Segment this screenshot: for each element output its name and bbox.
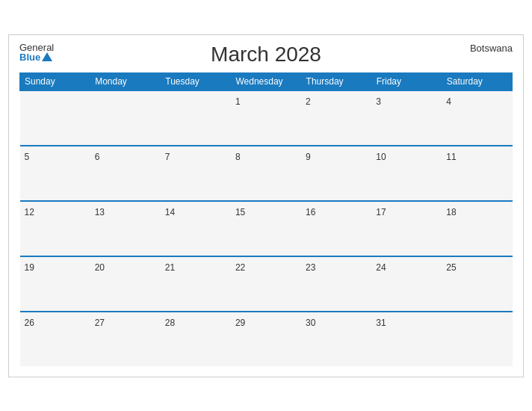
day-number: 4	[446, 96, 451, 107]
day-number: 8	[235, 152, 241, 162]
day-cell: 5	[20, 146, 90, 200]
day-number: 6	[95, 152, 100, 162]
table-cell: 21	[161, 256, 231, 312]
day-number: 5	[25, 152, 30, 162]
table-cell: 25	[442, 256, 512, 312]
day-cell: 28	[161, 312, 231, 366]
day-cell: 26	[20, 312, 90, 366]
day-number: 28	[165, 318, 175, 328]
day-cell: 22	[231, 257, 301, 311]
day-cell	[442, 312, 512, 366]
day-number: 26	[25, 318, 34, 328]
table-cell: 31	[371, 312, 442, 366]
day-cell: 10	[371, 146, 442, 200]
day-number: 31	[376, 318, 386, 328]
table-cell: 6	[90, 146, 161, 201]
day-number: 30	[306, 318, 315, 328]
table-cell: 12	[20, 201, 90, 256]
day-number: 10	[376, 152, 386, 162]
day-number: 15	[235, 207, 245, 217]
week-row-2: 12131415161718	[20, 201, 513, 256]
day-number: 29	[235, 318, 245, 328]
day-cell: 13	[90, 202, 161, 256]
day-cell: 8	[231, 146, 301, 200]
table-cell: 19	[20, 256, 90, 312]
table-cell	[90, 90, 161, 146]
table-cell: 14	[161, 201, 231, 256]
day-number: 2	[306, 96, 311, 107]
logo-triangle-icon	[42, 52, 52, 61]
day-cell	[90, 91, 161, 145]
day-number: 7	[165, 152, 170, 162]
day-cell: 1	[231, 91, 301, 145]
day-cell: 9	[301, 146, 371, 200]
day-cell: 23	[301, 257, 371, 311]
day-number: 24	[376, 262, 386, 273]
week-row-4: 262728293031	[20, 312, 513, 366]
day-number: 11	[446, 152, 456, 162]
day-cell: 2	[301, 91, 371, 145]
day-cell: 3	[371, 91, 442, 145]
day-number: 12	[25, 207, 34, 217]
day-number: 20	[95, 262, 105, 273]
table-cell: 22	[231, 256, 301, 312]
table-cell: 7	[161, 146, 231, 201]
day-cell: 16	[301, 202, 371, 256]
day-cell: 15	[231, 202, 301, 256]
day-number: 25	[446, 262, 456, 273]
day-cell: 7	[161, 146, 231, 200]
table-cell: 15	[231, 201, 301, 256]
day-header-row: Sunday Monday Tuesday Wednesday Thursday…	[20, 72, 513, 90]
day-cell: 31	[371, 312, 442, 366]
day-number: 14	[165, 207, 175, 217]
table-cell	[20, 90, 90, 146]
day-cell: 29	[231, 312, 301, 366]
table-cell: 26	[20, 312, 90, 366]
week-row-3: 19202122232425	[20, 256, 513, 312]
table-cell: 10	[371, 146, 442, 201]
table-cell: 2	[301, 90, 371, 146]
table-cell: 16	[301, 201, 371, 256]
day-number: 18	[446, 207, 456, 217]
day-cell: 30	[301, 312, 371, 366]
day-number: 17	[376, 207, 386, 217]
day-cell: 18	[442, 202, 512, 256]
calendar-body: 1234567891011121314151617181920212223242…	[20, 90, 513, 366]
table-cell: 3	[371, 90, 442, 146]
day-cell: 6	[90, 146, 161, 200]
calendar-container: General Blue March 2028 Botswana Sunday …	[8, 34, 524, 377]
table-cell: 24	[371, 256, 442, 312]
table-cell: 4	[442, 90, 512, 146]
table-cell: 27	[90, 312, 161, 366]
day-number: 3	[376, 96, 381, 107]
day-cell: 19	[20, 257, 90, 311]
table-cell: 13	[90, 201, 161, 256]
calendar-title: March 2028	[211, 43, 321, 67]
header-sunday: Sunday	[20, 72, 90, 90]
day-number: 19	[25, 262, 34, 273]
header-saturday: Saturday	[442, 72, 512, 90]
table-cell	[442, 312, 512, 366]
header-friday: Friday	[371, 72, 442, 90]
day-number: 23	[306, 262, 315, 273]
calendar-header: General Blue March 2028 Botswana	[19, 43, 513, 67]
week-row-1: 567891011	[20, 146, 513, 201]
table-cell: 5	[20, 146, 90, 201]
day-cell: 14	[161, 202, 231, 256]
table-cell: 30	[301, 312, 371, 366]
day-number: 16	[306, 207, 315, 217]
day-cell	[161, 91, 231, 145]
table-cell: 20	[90, 256, 161, 312]
day-cell: 20	[90, 257, 161, 311]
day-cell: 12	[20, 202, 90, 256]
week-row-0: 1234	[20, 90, 513, 146]
table-cell: 28	[161, 312, 231, 366]
table-cell: 11	[442, 146, 512, 201]
table-cell: 29	[231, 312, 301, 366]
logo: General Blue	[19, 43, 54, 62]
table-cell: 9	[301, 146, 371, 201]
day-cell: 25	[442, 257, 512, 311]
table-cell: 1	[231, 90, 301, 146]
day-cell	[20, 91, 90, 145]
day-number: 9	[306, 152, 311, 162]
